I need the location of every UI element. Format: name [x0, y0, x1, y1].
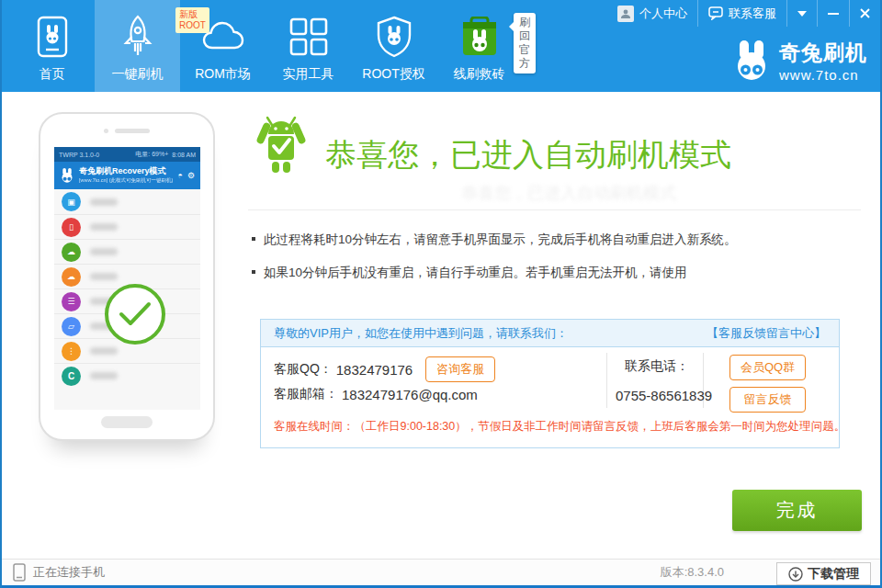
title-reflection: 恭喜您，已进入自动刷机模式: [461, 182, 676, 204]
qq-number: 1832479176: [336, 362, 413, 378]
support-buttons-column: 会员QQ群 留言反馈: [729, 355, 806, 413]
nav-item-home[interactable]: 首页: [9, 0, 95, 92]
phone-label: 联系电话：: [616, 358, 698, 375]
nav-label: 首页: [40, 66, 65, 83]
recovery-subtitle: [www.7to.cn] (此模式可免刷机可一键刷机): [79, 175, 173, 185]
mount-icon: [62, 292, 81, 311]
minimize-icon: [828, 13, 839, 15]
nav-item-rom-market[interactable]: 新版ROOT ROM市场: [180, 0, 266, 92]
done-button[interactable]: 完成: [732, 490, 862, 531]
advanced-icon: [62, 342, 81, 361]
install-icon: [62, 192, 81, 211]
nav-item-tools[interactable]: 实用工具: [266, 0, 351, 92]
chevron-down-icon: [797, 11, 807, 21]
vertical-divider: [606, 353, 607, 408]
bullet-marker: [252, 237, 255, 241]
nav-item-one-key-flash[interactable]: 一键刷机: [95, 0, 180, 92]
main-nav: 首页 一键刷机 新版RO: [9, 0, 522, 92]
titlebar-controls: 个人中心 联系客服: [607, 0, 880, 27]
support-qq-row: 客服QQ： 1832479176 咨询客服: [274, 356, 495, 382]
theme-icon: ◓: [177, 171, 182, 180]
contact-support-button[interactable]: 联系客服: [698, 0, 786, 27]
download-manager-label: 下载管理: [808, 566, 859, 582]
android-robot-icon: [248, 114, 314, 182]
twrp-version: TWRP 3.1.0-0: [59, 152, 99, 158]
rabbit-logo-icon: [731, 40, 772, 82]
phone-status-icon: [13, 563, 26, 582]
restore-icon: [62, 267, 81, 287]
home-phone-rabbit-icon: [37, 15, 68, 59]
reboot-icon: [62, 367, 81, 386]
app-header: 首页 一键刷机 新版RO: [2, 0, 880, 92]
vip-panel-body: 客服QQ： 1832479176 咨询客服 客服邮箱： 1832479176@q…: [261, 347, 839, 415]
nav-label: ROM市场: [195, 66, 251, 83]
app-window: 首页 一键刷机 新版RO: [0, 0, 882, 588]
new-root-badge: 新版ROOT: [175, 7, 209, 33]
vip-header-text: 尊敬的VIP用户，如您在使用中遇到问题，请联系我们：: [274, 325, 568, 342]
leave-feedback-button[interactable]: 留言反馈: [729, 387, 806, 413]
nav-label: 实用工具: [283, 66, 334, 83]
minimize-button[interactable]: [818, 0, 849, 27]
list-item: [54, 214, 200, 239]
rocket-icon: [119, 15, 157, 59]
phone-home-button: [101, 416, 153, 428]
page-title: 恭喜您，已进入自动刷机模式: [325, 134, 731, 176]
vip-support-panel: 尊敬的VIP用户，如您在使用中遇到问题，请联系我们： 【客服反馈留言中心】 客服…: [260, 319, 840, 448]
download-manager-button[interactable]: 下载管理: [776, 562, 871, 585]
grid-icon: [289, 15, 328, 59]
email-label: 客服邮箱：: [274, 386, 338, 402]
rabbit-mini-icon: [60, 167, 74, 184]
download-icon: [788, 567, 803, 582]
nav-item-root-auth[interactable]: ROOT授权: [351, 0, 436, 92]
email-address: 1832479176@qq.com: [342, 387, 478, 402]
nav-label: ROOT授权: [362, 66, 424, 83]
close-button[interactable]: [850, 0, 880, 27]
phone-statusbar: TWRP 3.1.0-0 电量: 69%+ 8:08 AM: [54, 147, 200, 162]
menu-dropdown-button[interactable]: [787, 0, 817, 27]
recovery-title: 奇兔刷机Recovery模式: [79, 166, 173, 175]
recovery-header: 奇兔刷机Recovery模式 [www.7to.cn] (此模式可免刷机可一键刷…: [54, 162, 200, 189]
wipe-icon: [62, 218, 81, 237]
user-center-button[interactable]: 个人中心: [607, 0, 697, 27]
success-check-icon: [105, 284, 165, 345]
connection-status-text: 正在连接手机: [33, 564, 105, 581]
list-item: [54, 189, 200, 214]
phone-screen: TWRP 3.1.0-0 电量: 69%+ 8:08 AM 奇兔刷机R: [54, 147, 200, 410]
nav-item-wire-flash-rescue[interactable]: 刷回官方 线刷救砖: [436, 0, 522, 92]
instruction-bullet-2: 如果10分钟后手机没有重启，请自行手动重启。若手机重启无法开机，请使用: [252, 265, 687, 281]
vip-panel-header: 尊敬的VIP用户，如您在使用中遇到问题，请联系我们： 【客服反馈留言中心】: [261, 320, 839, 347]
consult-support-button[interactable]: 咨询客服: [425, 356, 495, 382]
phone-speaker: [104, 129, 150, 133]
battery-level: 电量: 69%+: [135, 150, 168, 159]
backup-icon: [62, 243, 81, 262]
flash-back-official-badge: 刷回官方: [514, 13, 536, 74]
nav-label: 一键刷机: [112, 66, 164, 83]
toolbox-rabbit-icon: [460, 15, 499, 59]
file-icon: [62, 317, 81, 336]
shield-rabbit-icon: [376, 15, 413, 59]
main-content: TWRP 3.1.0-0 电量: 69%+ 8:08 AM 奇兔刷机R: [2, 92, 880, 559]
instruction-bullet-1: 此过程将耗时10分钟左右，请留意手机界面显示，完成后手机将自动重启进入新系统。: [252, 232, 737, 248]
divider: [248, 209, 861, 210]
support-phone-column: 联系电话： 0755-86561839: [616, 347, 698, 403]
support-email-row: 客服邮箱： 1832479176@qq.com: [274, 386, 478, 402]
nav-label: 线刷救砖: [454, 66, 505, 83]
gear-icon: ⚙: [187, 171, 195, 180]
feedback-center-link[interactable]: 【客服反馈留言中心】: [707, 325, 826, 342]
phone-number: 0755-86561839: [616, 388, 698, 403]
brand-logo: 奇兔刷机 www.7to.cn: [731, 39, 867, 83]
list-item: [54, 239, 200, 264]
member-qq-group-button[interactable]: 会员QQ群: [729, 355, 806, 380]
qq-label: 客服QQ：: [274, 361, 333, 378]
bullet-marker: [252, 270, 255, 274]
brand-url: www.7to.cn: [779, 67, 867, 83]
brand-name: 奇兔刷机: [779, 39, 867, 67]
contact-support-label: 联系客服: [729, 6, 776, 22]
close-icon: [860, 8, 870, 18]
phone-preview: TWRP 3.1.0-0 电量: 69%+ 8:08 AM 奇兔刷机R: [39, 112, 215, 441]
list-item: [54, 363, 200, 388]
avatar-icon: [617, 6, 634, 22]
status-bar: 正在连接手机 版本:8.3.4.0 下载管理: [2, 559, 880, 588]
recovery-menu-list: [54, 189, 200, 388]
user-center-label: 个人中心: [639, 6, 687, 22]
